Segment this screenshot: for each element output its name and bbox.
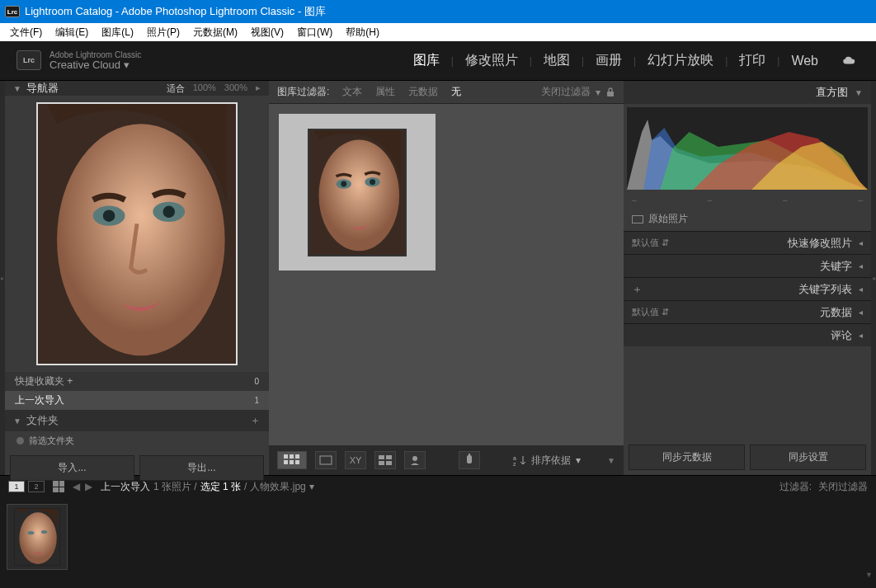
nav-forward-icon[interactable]: ▶: [85, 481, 92, 492]
filter-folders-label: 筛选文件夹: [29, 435, 74, 447]
catalog-section: 快捷收藏夹 + 0 上一次导入 1: [5, 372, 269, 410]
menu-library[interactable]: 图库(L): [95, 24, 140, 41]
chevron-left-icon: ◂: [859, 331, 863, 340]
module-slideshow[interactable]: 幻灯片放映: [636, 49, 725, 73]
quick-collection-label: 快捷收藏夹 +: [15, 374, 73, 388]
crop-icon: [632, 215, 643, 223]
filmstrip-thumbs[interactable]: [0, 497, 876, 579]
original-photo-row[interactable]: 原始照片: [624, 207, 871, 231]
menu-help[interactable]: 帮助(H): [339, 24, 386, 41]
sort-label: 排序依据: [531, 454, 571, 468]
keyword-list-header[interactable]: ＋ 关键字列表 ◂: [624, 277, 871, 300]
filter-none[interactable]: 无: [451, 85, 461, 99]
right-panel-toggle[interactable]: [871, 81, 876, 475]
svg-rect-6: [607, 92, 614, 96]
zoom-300[interactable]: 300%: [224, 82, 247, 95]
app-icon: Lrc: [5, 6, 20, 17]
metadata-preset[interactable]: 默认值 ⇵: [632, 306, 669, 318]
sync-metadata-button[interactable]: 同步元数据: [629, 445, 745, 470]
add-keyword-icon[interactable]: ＋: [632, 282, 643, 297]
navigator-preview[interactable]: [5, 96, 269, 372]
filmstrip-collapse-icon[interactable]: ▼: [865, 571, 873, 579]
histogram-footer: ––––: [624, 193, 871, 207]
chevron-down-icon: ▾: [576, 454, 581, 466]
folder-name: 上一次导入: [101, 480, 150, 494]
nav-back-icon[interactable]: ◀: [73, 481, 80, 492]
folders-header[interactable]: ▼ 文件夹 ＋: [5, 410, 269, 431]
grid-view[interactable]: [269, 104, 624, 445]
sort-control[interactable]: az 排序依据 ▾: [513, 454, 581, 468]
svg-rect-14: [290, 454, 294, 459]
filter-attr[interactable]: 属性: [375, 85, 395, 99]
chevron-down-icon: ▾: [596, 87, 600, 98]
view-loupe-icon[interactable]: [315, 451, 337, 469]
module-map[interactable]: 地图: [532, 49, 582, 73]
module-web[interactable]: Web: [779, 50, 830, 72]
fs-filter-value[interactable]: 关闭过滤器: [818, 480, 868, 494]
module-book[interactable]: 画册: [584, 49, 633, 73]
metadata-header[interactable]: 默认值 ⇵ 元数据 ◂: [624, 300, 871, 323]
thumbnail[interactable]: [308, 129, 407, 256]
filmstrip-path[interactable]: 上一次导入 1 张照片 / 选定 1 张 / 人物效果.jpg ▾: [101, 480, 314, 494]
svg-rect-25: [467, 455, 472, 463]
navigator-header[interactable]: ▼ 导航器 适合 100% 300% ▸: [5, 81, 269, 96]
zoom-more-icon[interactable]: ▸: [256, 82, 261, 95]
quick-collection-row[interactable]: 快捷收藏夹 + 0: [5, 372, 269, 391]
screen-2[interactable]: 2: [28, 481, 45, 492]
module-print[interactable]: 打印: [728, 49, 777, 73]
svg-rect-18: [295, 460, 299, 464]
quick-develop-header[interactable]: 默认值 ⇵ 快速修改照片 ◂: [624, 231, 871, 254]
chevron-left-icon: ◂: [859, 238, 863, 247]
menu-metadata[interactable]: 元数据(M): [186, 24, 244, 41]
menu-photo[interactable]: 照片(P): [140, 24, 186, 41]
last-import-row[interactable]: 上一次导入 1: [5, 391, 269, 410]
view-survey-icon[interactable]: [374, 451, 396, 469]
module-develop[interactable]: 修改照片: [454, 49, 530, 73]
zoom-100[interactable]: 100%: [193, 82, 216, 95]
toolbar-more-icon[interactable]: ▼: [607, 456, 615, 465]
svg-rect-19: [320, 456, 332, 464]
svg-text:z: z: [513, 461, 516, 466]
secondary-grid-icon[interactable]: [53, 481, 64, 492]
filmstrip: 1 2 ◀ ▶ 上一次导入 1 张照片 / 选定 1 张 / 人物效果.jpg …: [0, 475, 876, 582]
menu-view[interactable]: 视图(V): [244, 24, 290, 41]
sort-icon: az: [513, 454, 526, 466]
histogram-header[interactable]: 直方图 ▼: [624, 81, 871, 104]
add-folder-icon[interactable]: ＋: [250, 413, 261, 428]
painter-tool-icon[interactable]: [459, 451, 480, 469]
close-filter-dropdown[interactable]: 关闭过滤器: [541, 85, 591, 99]
module-library[interactable]: 图库: [402, 49, 451, 73]
svg-rect-13: [284, 454, 288, 459]
svg-point-8: [319, 139, 400, 251]
preset-default[interactable]: 默认值 ⇵: [632, 237, 669, 249]
menu-window[interactable]: 窗口(W): [290, 24, 339, 41]
view-compare-icon[interactable]: XY: [345, 451, 366, 469]
chevron-down-icon: ▼: [13, 84, 21, 93]
screen-1[interactable]: 1: [8, 481, 25, 492]
view-grid-icon[interactable]: [277, 451, 307, 469]
svg-point-3: [103, 209, 115, 222]
filter-folders-row[interactable]: 筛选文件夹: [5, 431, 269, 450]
comments-label: 评论: [831, 328, 852, 343]
chevron-down-icon: ▼: [13, 416, 21, 426]
grid-cell[interactable]: [279, 114, 436, 270]
filter-metadata[interactable]: 元数据: [408, 85, 438, 99]
view-people-icon[interactable]: [404, 451, 426, 469]
filter-text[interactable]: 文本: [342, 85, 362, 99]
filmstrip-thumb[interactable]: [7, 504, 68, 570]
left-panel: ▼ 导航器 适合 100% 300% ▸: [5, 81, 269, 475]
menu-edit[interactable]: 编辑(E): [49, 24, 95, 41]
histogram[interactable]: [627, 107, 868, 190]
navigator-title: 导航器: [26, 81, 59, 96]
cloud-sync-icon[interactable]: [841, 55, 860, 67]
brand: Lrc Adobe Lightroom Classic Creative Clo…: [16, 50, 141, 71]
comments-header[interactable]: 评论 ◂: [624, 323, 871, 346]
lock-icon[interactable]: [605, 87, 615, 97]
svg-rect-16: [284, 460, 288, 464]
menu-file[interactable]: 文件(F): [3, 24, 49, 41]
sync-settings-button[interactable]: 同步设置: [750, 445, 866, 470]
zoom-fit[interactable]: 适合: [167, 82, 185, 95]
metadata-label: 元数据: [820, 305, 852, 320]
keywords-header[interactable]: 关键字 ◂: [624, 254, 871, 277]
brand-line2: Creative Cloud ▾: [49, 59, 141, 71]
